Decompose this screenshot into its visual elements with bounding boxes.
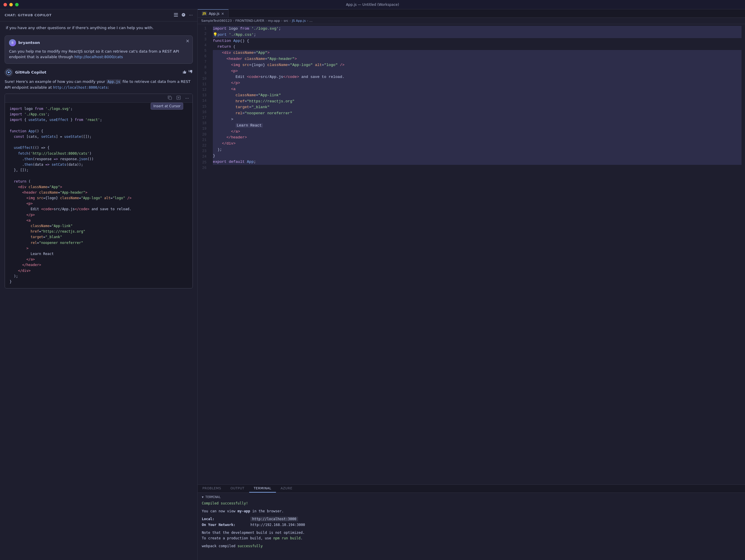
user-message: B bryantson × Can you help me to modify … <box>5 35 193 64</box>
user-name: bryantson <box>18 40 40 45</box>
bot-avatar <box>5 68 13 76</box>
code-line-13: className="App-link" <box>213 93 742 99</box>
terminal-chevron: ▼ <box>202 495 203 499</box>
main-container: CHAT: GITHUB COPILOT ··· <box>0 9 745 560</box>
bot-feedback-icons <box>182 70 193 75</box>
code-line-7: <header className="App-header"> <box>213 56 742 62</box>
chat-messages[interactable]: if you have any other questions or if th… <box>0 22 197 560</box>
code-line-25: export default App; <box>213 159 742 165</box>
terminal-network: On Your Network: http://192.168.10.194:3… <box>202 522 741 528</box>
code-lines: import logo from './logo.svg'; 💡port './… <box>209 24 745 485</box>
code-line-10: Edit <code>src/App.js</code> and save to… <box>213 74 742 80</box>
tab-appjs[interactable]: JS App.js × <box>198 9 229 18</box>
code-line-21: </div> <box>213 141 742 147</box>
bot-message-text: Sure! Here's an example of how you can m… <box>5 79 193 91</box>
code-line-9: <p> <box>213 68 742 74</box>
code-line-22: ); <box>213 147 742 153</box>
svg-rect-9 <box>169 97 171 99</box>
code-line-1: import logo from './logo.svg'; <box>213 26 742 32</box>
terminal-title: TERMINAL <box>205 495 221 499</box>
insert-at-cursor-tooltip: Insert at Cursor <box>151 103 183 110</box>
panel-tabs: PROBLEMS OUTPUT TERMINAL AZURE <box>198 485 745 493</box>
bot-name: GitHub Copilot <box>15 70 46 74</box>
user-message-link[interactable]: http://localhost:8000/cats <box>74 55 123 59</box>
continuation-text: if you have any other questions or if th… <box>5 25 193 31</box>
code-line-18: Learn React <box>213 123 742 129</box>
tab-azure[interactable]: AZURE <box>276 485 297 493</box>
title-bar: App.js — Untitled (Workspace) <box>0 0 745 9</box>
chat-panel: CHAT: GITHUB COPILOT ··· <box>0 9 198 560</box>
tab-close-btn[interactable]: × <box>221 12 224 16</box>
chat-more-icon[interactable]: ··· <box>189 13 193 18</box>
code-line-8: <img src={logo} className="App-logo" alt… <box>213 62 742 68</box>
code-line-2: 💡port './App.css'; <box>213 32 742 38</box>
message-close-btn[interactable]: × <box>186 39 190 43</box>
svg-point-8 <box>9 71 10 72</box>
user-message-header: B bryantson <box>9 39 188 46</box>
code-block-content: import logo from './logo.svg'; import '.… <box>5 103 193 288</box>
bot-message: GitHub Copilot <box>5 68 193 289</box>
chat-history-icon[interactable] <box>182 13 186 18</box>
terminal-webpack: webpack compiled successfully <box>202 543 741 549</box>
user-avatar: B <box>9 39 16 46</box>
tab-problems[interactable]: PROBLEMS <box>198 485 226 493</box>
breadcrumb: SampleTest080123 › FRONTEND-LAYER › my-a… <box>198 18 745 24</box>
more-code-btn[interactable]: ··· <box>184 95 190 101</box>
terminal-header: ▼ TERMINAL <box>202 495 741 499</box>
code-block: ··· Insert at Cursor import logo from '.… <box>5 94 193 289</box>
thumbs-up-icon[interactable] <box>182 70 186 75</box>
user-message-text: Can you help me to modify my ReactJS scr… <box>9 48 188 60</box>
svg-point-7 <box>7 71 8 72</box>
code-line-20: </header> <box>213 135 742 141</box>
minimize-traffic-light[interactable] <box>9 3 13 6</box>
js-file-icon: JS <box>202 11 207 16</box>
svg-text:B: B <box>12 41 14 44</box>
code-line-14: href="https://reactjs.org" <box>213 99 742 105</box>
code-line-6: <div className="App"> <box>213 50 742 56</box>
svg-rect-0 <box>174 13 178 14</box>
terminal-view-msg: You can now view my-app in the browser. <box>202 508 741 514</box>
bot-message-header: GitHub Copilot <box>5 68 193 76</box>
chat-list-icon[interactable] <box>174 13 178 18</box>
chat-header: CHAT: GITHUB COPILOT ··· <box>0 9 197 22</box>
svg-point-6 <box>8 71 9 73</box>
code-line-17: > <box>213 117 742 123</box>
chat-panel-title: CHAT: GITHUB COPILOT <box>5 13 52 17</box>
code-line-5: return ( <box>213 44 742 50</box>
terminal-content: ▼ TERMINAL Compiled successfully! You ca… <box>198 493 745 560</box>
line-numbers: 12345 678910 1112131415 1617181920 21222… <box>198 24 209 485</box>
code-line-11: </p> <box>213 80 742 86</box>
svg-rect-2 <box>174 16 178 17</box>
editor-content[interactable]: 12345 678910 1112131415 1617181920 21222… <box>198 24 745 485</box>
traffic-lights <box>3 3 19 6</box>
code-block-toolbar: ··· Insert at Cursor <box>5 94 193 103</box>
maximize-traffic-light[interactable] <box>15 3 19 6</box>
tab-label: App.js <box>209 12 220 16</box>
bot-url-link: http://localhost:8000/cats <box>53 86 107 90</box>
terminal-local: Local: http://localhost:3000 <box>202 516 741 522</box>
editor-panel: JS App.js × SampleTest080123 › FRONTEND-… <box>198 9 745 560</box>
bottom-panel: PROBLEMS OUTPUT TERMINAL AZURE ▼ TERMINA… <box>198 485 745 560</box>
close-traffic-light[interactable] <box>3 3 7 6</box>
code-line-19: </a> <box>213 129 742 135</box>
insert-code-btn[interactable] <box>175 95 182 101</box>
tab-output[interactable]: OUTPUT <box>226 485 249 493</box>
copy-code-btn[interactable] <box>167 95 173 101</box>
tab-terminal[interactable]: TERMINAL <box>249 485 276 493</box>
terminal-note1: Note that the development build is not o… <box>202 530 741 535</box>
window-title: App.js — Untitled (Workspace) <box>346 3 399 7</box>
code-line-15: target="_blank" <box>213 104 742 110</box>
thumbs-down-icon[interactable] <box>189 70 193 75</box>
code-line-16: rel="noopener noreferrer" <box>213 110 742 117</box>
svg-rect-1 <box>174 14 178 15</box>
code-line-4: function App() { <box>213 38 742 44</box>
editor-tabs: JS App.js × <box>198 9 745 18</box>
chat-header-icons: ··· <box>174 13 193 18</box>
code-line-12: <a <box>213 86 742 93</box>
terminal-compiled-msg: Compiled successfully! <box>202 501 741 506</box>
terminal-note2: To create a production build, use npm ru… <box>202 535 741 541</box>
code-line-23: } <box>213 153 742 159</box>
